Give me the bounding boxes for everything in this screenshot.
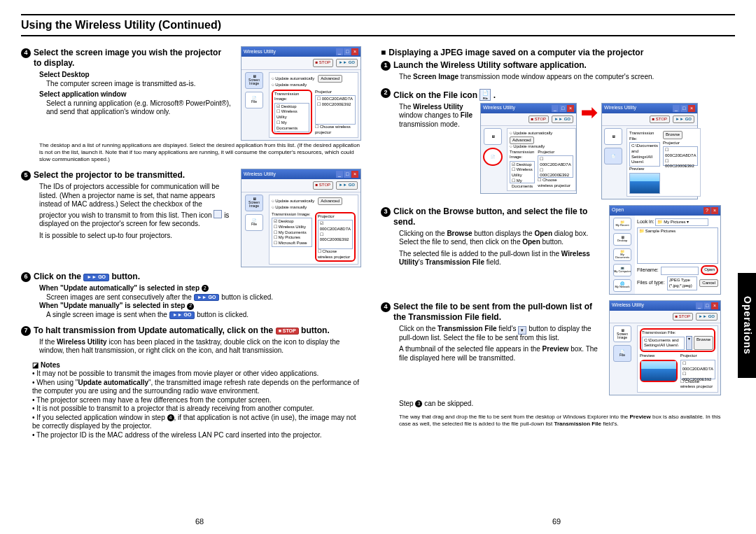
step-7-heading: 7 To halt transmission from Update autom… (21, 325, 361, 336)
step-ref-3-icon: 3 (415, 400, 422, 407)
file-tab[interactable]: 📄File (245, 92, 263, 108)
step-4-num-icon: 4 (21, 48, 31, 58)
screenshot-mode-after: Wireless Utility_□× ■ STOP►► GO 🖥 📄 Tran… (601, 103, 698, 199)
screenshot-file-transmission: Wireless Utility_□× ■ STOP►► GO 🖥Screen … (609, 300, 721, 395)
notes-list: It may not be possible to transmit the i… (32, 370, 361, 440)
notes-heading: Notes (32, 361, 361, 370)
step-5-heading: 5 Select the projector to be transmitted… (21, 170, 231, 181)
screen-image-tab[interactable]: 🖥Screen Image (245, 72, 263, 89)
open-button-circled[interactable]: Open (701, 265, 718, 275)
projector-indicator-icon (214, 210, 222, 218)
file-tab-circled[interactable]: 📄 (483, 148, 503, 166)
r-step-2-heading: 2 Click on the File icon 📄File . (381, 87, 721, 101)
r-step-4-heading: 4 Select the file to be sent from the pu… (381, 302, 603, 323)
page-title-bar: Using the Wireless Utility (Continued) (21, 14, 735, 36)
r-step-1-heading: 1 Launch the Wireless Utility software a… (381, 60, 721, 71)
go-button-inline[interactable]: ►► GO (169, 311, 195, 319)
file-icon[interactable]: 📄File (479, 89, 491, 101)
go-button-inline[interactable]: ►► GO (194, 294, 220, 302)
arrow-right-icon: ➡ (581, 103, 597, 122)
go-button-inline[interactable]: ►► GO (83, 274, 109, 281)
step-7-num-icon: 7 (21, 326, 31, 336)
step-4-heading: 4 Select the screen image you wish the p… (21, 48, 231, 69)
dropdown-icon[interactable]: ▾ (518, 326, 526, 335)
step-3-num-icon: 3 (381, 207, 391, 217)
step-1-num-icon: 1 (381, 61, 391, 71)
screenshot-mode-before: Wireless Utility_□× ■ STOP►► GO 🖥 📄 ○ Up… (480, 103, 577, 195)
go-button[interactable]: ►► GO (336, 59, 358, 67)
step-4r-num-icon: 4 (381, 302, 391, 312)
select-desktop-label: Select Desktop (39, 71, 231, 80)
page-num-right: 69 (552, 517, 561, 527)
page-title: Using the Wireless Utility (Continued) (21, 19, 221, 31)
page-num-left: 68 (195, 517, 204, 527)
section-heading: Displaying a JPEG image saved on a compu… (381, 48, 721, 58)
step-6-heading: 6 Click on the ►► GO button. (21, 272, 361, 282)
step-2-num-icon: 2 (381, 88, 391, 98)
page-numbers: 68 69 (21, 517, 735, 527)
step-5-num-icon: 5 (21, 171, 31, 181)
step-6-num-icon: 6 (21, 272, 31, 282)
left-column: 4 Select the screen image you wish the p… (21, 46, 361, 513)
screenshot-open-dialog: Open?× 📁My Recent 🖥Desktop 📁My Documents… (609, 205, 721, 295)
r-step-3-heading: 3 Click on the Browse button, and select… (381, 206, 603, 227)
screenshot-transmission-image: Wireless Utility_□× ■ STOP ►► GO 🖥Screen… (241, 46, 361, 141)
stop-button[interactable]: ■ STOP (313, 59, 334, 67)
right-column: Displaying a JPEG image saved on a compu… (381, 46, 735, 513)
stop-button-inline[interactable]: ■ STOP (276, 328, 299, 335)
screenshot-projector-select: Wireless Utility_□× ■ STOP ►► GO 🖥Screen… (241, 169, 361, 267)
select-app-window-label: Select application window (39, 90, 231, 99)
side-tab-operations: Operations (738, 273, 756, 378)
